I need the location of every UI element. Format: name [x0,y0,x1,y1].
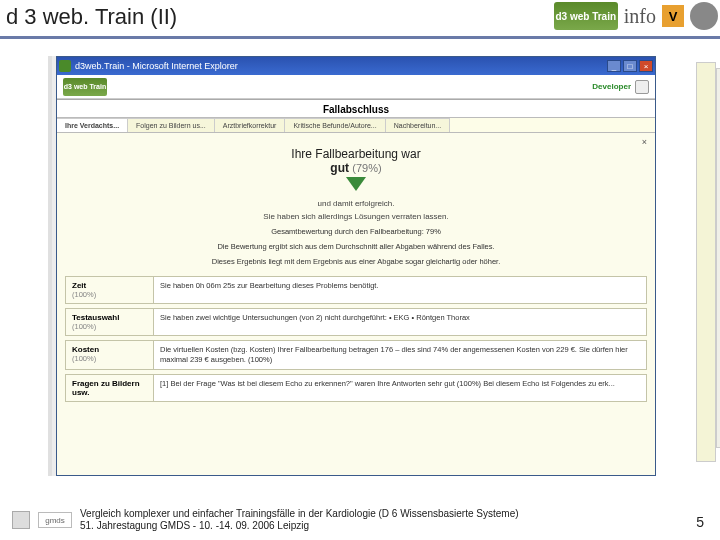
row-label: Kosten [72,345,99,354]
browser-window: d3web.Train - Microsoft Internet Explore… [56,56,656,476]
close-button[interactable]: × [639,60,653,72]
logo-strip: d3 web Train info V [554,2,718,30]
result-subline-2: Sie haben sich allerdings Lösungen verra… [77,212,635,221]
row-zeit: Zeit(100%) Sie haben 0h 06m 25s zur Bear… [65,276,647,304]
slide-title: d 3 web. Train (II) [6,4,177,30]
result-para-3: Dieses Ergebnis liegt mit dem Ergebnis a… [77,257,635,266]
browser-toolbar: d3 web Train Developer [57,75,655,99]
slide-footer: gmds Vergleich komplexer und einfacher T… [0,508,720,532]
panel-close-icon[interactable]: × [642,137,647,147]
row-score: (100%) [72,354,147,363]
footer-icon [12,511,30,529]
app-icon [59,60,71,72]
arrow-down-icon [346,177,366,191]
v-logo: V [662,5,684,27]
row-body: [1] Bei der Frage "Was ist bei diesem Ec… [154,375,646,401]
tab-arztbrief[interactable]: Arztbriefkorrektur [215,118,286,132]
row-label: Testauswahl [72,313,119,322]
page-number: 5 [696,514,704,530]
row-kosten: Kosten(100%) Die virtuellen Kosten (bzg.… [65,340,647,370]
result-panel: × Ihre Fallbearbeitung war gut (79%) und… [57,133,655,270]
settings-icon[interactable] [635,80,649,94]
info-logo: info [624,5,656,28]
result-subline-1: und damit erfolgreich. [77,199,635,208]
result-para-1: Gesamtbewertung durch den Fallbearbeitun… [77,227,635,236]
row-body: Sie haben zwei wichtige Untersuchungen (… [154,309,646,335]
window-titlebar: d3web.Train - Microsoft Internet Explore… [57,57,655,75]
tab-strip: Ihre Verdachts... Folgen zu Bildern us..… [57,118,655,133]
tab-folgen[interactable]: Folgen zu Bildern us... [128,118,215,132]
row-testauswahl: Testauswahl(100%) Sie haben zwei wichtig… [65,308,647,336]
row-label: Fragen zu Bildern usw. [72,379,140,397]
row-score: (100%) [72,322,147,331]
gmds-logo: gmds [38,512,72,528]
divider [0,36,720,39]
row-fragen: Fragen zu Bildern usw. [1] Bei der Frage… [65,374,647,402]
d3web-mini-logo: d3 web Train [63,78,107,96]
result-heading: Ihre Fallbearbeitung war gut (79%) [77,147,635,175]
row-body: Sie haben 0h 06m 25s zur Bearbeitung die… [154,277,646,303]
minimize-button[interactable]: _ [607,60,621,72]
developer-label: Developer [592,82,631,91]
window-title: d3web.Train - Microsoft Internet Explore… [75,61,238,71]
row-score: (100%) [72,290,147,299]
tab-verdachts[interactable]: Ihre Verdachts... [57,118,128,132]
university-seal-icon [690,2,718,30]
page-header: Fallabschluss [57,100,655,118]
result-para-2: Die Bewertung ergibt sich aus dem Durchs… [77,242,635,251]
page-content: Fallabschluss Ihre Verdachts... Folgen z… [57,99,655,475]
row-body: Die virtuellen Kosten (bzg. Kosten) Ihre… [154,341,646,369]
maximize-button[interactable]: □ [623,60,637,72]
d3web-logo: d3 web Train [554,2,618,30]
footer-text: Vergleich komplexer und einfacher Traini… [80,508,519,532]
score-rows: Zeit(100%) Sie haben 0h 06m 25s zur Bear… [65,276,647,402]
tab-nachbereitung[interactable]: Nachbereitun... [386,118,450,132]
row-label: Zeit [72,281,86,290]
tab-befunde[interactable]: Kritische Befunde/Autore... [285,118,385,132]
